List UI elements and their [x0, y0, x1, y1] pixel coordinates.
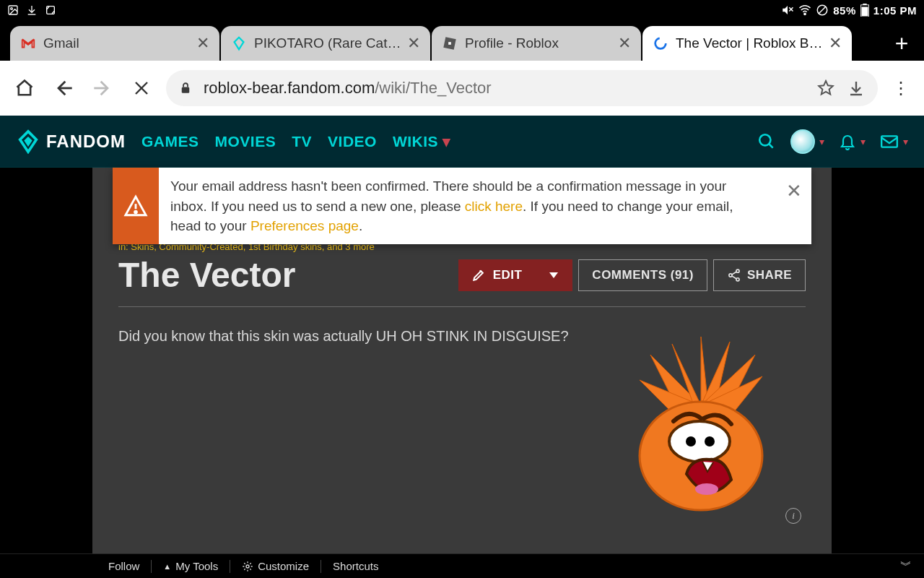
warning-icon [113, 168, 159, 244]
clock-text: 1:05 PM [873, 4, 917, 17]
screenshot-icon [45, 4, 56, 16]
svg-point-27 [686, 436, 696, 447]
svg-point-28 [705, 436, 715, 447]
close-icon[interactable]: ✕ [196, 34, 209, 53]
email-confirm-banner: Your email address hasn't been confirmed… [113, 168, 811, 244]
browser-toolbar: roblox-bear.fandom.com/wiki/The_Vector ⋮ [0, 61, 924, 116]
star-icon[interactable] [817, 79, 834, 97]
click-here-link[interactable]: click here [465, 199, 523, 214]
customize-button[interactable]: Customize [242, 560, 309, 572]
fandom-icon [231, 35, 247, 51]
notifications-button[interactable]: ▾ [839, 133, 866, 150]
svg-point-1 [11, 8, 13, 10]
infobox-image[interactable]: i [596, 326, 806, 528]
forward-button[interactable] [88, 74, 117, 103]
edit-button[interactable]: EDIT [458, 259, 536, 291]
tab-title: Profile - Roblox [465, 35, 612, 51]
svg-point-29 [695, 483, 718, 495]
svg-line-24 [732, 275, 737, 278]
edit-label: EDIT [493, 268, 523, 282]
svg-point-17 [759, 134, 770, 145]
svg-line-7 [819, 7, 827, 14]
close-icon[interactable]: ✕ [618, 34, 631, 53]
svg-point-5 [804, 13, 806, 14]
close-icon[interactable]: ✕ [829, 34, 842, 53]
character-image [607, 333, 795, 521]
svg-point-32 [246, 565, 249, 568]
svg-rect-16 [182, 87, 190, 93]
svg-line-18 [769, 144, 772, 147]
browser-tab-strip: Gmail ✕ PIKOTARO (Rare Cat) | B ✕ Profil… [0, 20, 924, 61]
svg-rect-19 [881, 136, 897, 147]
edit-dropdown[interactable] [535, 259, 572, 291]
svg-line-23 [732, 272, 737, 275]
tab-title: Gmail [43, 35, 191, 51]
comments-button[interactable]: COMMENTS (91) [578, 259, 707, 291]
browser-menu-button[interactable]: ⋮ [888, 78, 914, 98]
nav-video[interactable]: VIDEO [328, 133, 377, 150]
battery-icon [860, 4, 869, 17]
gear-icon [242, 561, 253, 572]
tab-roblox-profile[interactable]: Profile - Roblox ✕ [432, 26, 641, 61]
lock-icon [179, 82, 192, 95]
svg-point-31 [135, 211, 137, 213]
battery-text: 85% [833, 4, 856, 17]
tab-title: The Vector | Roblox BEA [676, 35, 823, 51]
fandom-global-nav: FANDOM GAMES MOVIES TV VIDEO WIKIS▾ ▾ ▾ … [0, 116, 924, 168]
follow-button[interactable]: Follow [108, 560, 139, 572]
home-button[interactable] [10, 74, 39, 103]
search-button[interactable] [757, 132, 776, 151]
tab-title: PIKOTARO (Rare Cat) | B [254, 35, 401, 51]
nav-wikis[interactable]: WIKIS▾ [393, 133, 451, 150]
preferences-link[interactable]: Preferences page [250, 218, 359, 233]
svg-rect-10 [861, 7, 868, 17]
info-icon[interactable]: i [785, 508, 801, 524]
collapse-icon[interactable]: ︾ [900, 558, 910, 574]
mute-icon [781, 4, 794, 17]
avatar [790, 129, 815, 154]
shortcuts-button[interactable]: Shortcuts [333, 560, 378, 572]
download-button[interactable] [847, 79, 865, 97]
nav-games[interactable]: GAMES [141, 133, 199, 150]
close-icon[interactable]: ✕ [407, 34, 420, 53]
nav-movies[interactable]: MOVIES [215, 133, 276, 150]
no-sim-icon [816, 4, 829, 17]
tab-pikotaro[interactable]: PIKOTARO (Rare Cat) | B ✕ [221, 26, 430, 61]
banner-message: Your email address hasn't been confirmed… [159, 168, 777, 244]
my-tools-button[interactable]: ▲My Tools [163, 560, 218, 572]
address-bar[interactable]: roblox-bear.fandom.com/wiki/The_Vector [166, 70, 878, 106]
wiki-admin-bar: Follow ▲My Tools Customize Shortcuts ︾ [0, 553, 924, 578]
android-status-bar: 85% 1:05 PM [0, 0, 924, 20]
download-icon [26, 4, 38, 16]
wifi-icon [798, 4, 811, 17]
page-body: in: Skins, Community-Created, 1st Birthd… [0, 168, 924, 553]
image-icon [7, 4, 19, 16]
roblox-icon [442, 35, 458, 51]
page-title: The Vector [118, 255, 458, 295]
new-tab-button[interactable]: + [885, 26, 918, 61]
svg-point-26 [669, 421, 730, 462]
loading-icon [653, 35, 668, 51]
url-text: roblox-bear.fandom.com/wiki/The_Vector [204, 79, 817, 98]
fandom-logo[interactable]: FANDOM [16, 129, 126, 154]
nav-tv[interactable]: TV [292, 133, 312, 150]
user-avatar[interactable]: ▾ [790, 129, 824, 154]
messages-button[interactable]: ▾ [880, 132, 908, 151]
svg-rect-12 [448, 42, 451, 45]
stop-button[interactable] [127, 74, 156, 103]
back-button[interactable] [49, 74, 78, 103]
tab-the-vector[interactable]: The Vector | Roblox BEA ✕ [642, 26, 852, 61]
chevron-down-icon [549, 272, 558, 278]
share-button[interactable]: SHARE [713, 259, 806, 291]
tab-gmail[interactable]: Gmail ✕ [10, 26, 219, 61]
article-text: Did you know that this skin was actually… [118, 326, 579, 528]
banner-close-button[interactable]: ✕ [777, 168, 811, 244]
svg-point-13 [655, 38, 666, 49]
gmail-icon [20, 35, 36, 51]
fandom-wordmark: FANDOM [46, 131, 126, 152]
